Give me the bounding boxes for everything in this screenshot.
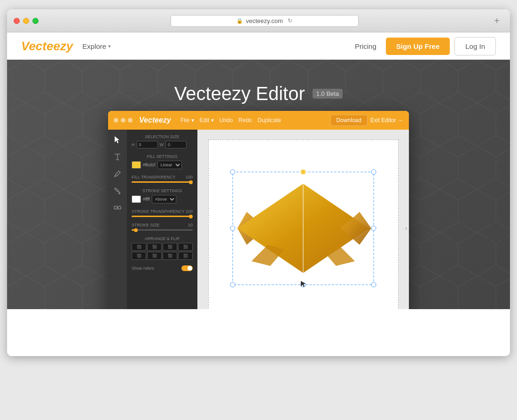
svg-point-17 [371,170,376,174]
fill-color-swatch[interactable] [132,161,141,169]
download-button[interactable]: Download [330,115,368,126]
exit-editor-button[interactable]: Exit Editor → [370,115,403,126]
editor-minimize [121,118,125,123]
text-tool[interactable] [112,151,123,163]
editor-menu-duplicate[interactable]: Duplicate [258,117,281,124]
svg-point-18 [230,226,235,231]
svg-rect-12 [118,206,121,209]
editor-titlebar: Vecteezy File Edit Undo Redo Duplicate D… [108,111,409,130]
stroke-size-slider[interactable] [132,229,193,231]
editor-menu: File Edit Undo Redo Duplicate [180,117,281,124]
svg-point-22 [371,282,376,287]
canvas-inner [208,140,399,309]
flip-v-button[interactable]: ⬛ [147,252,162,260]
fill-transparency-value: 100 [186,175,193,179]
select-tool[interactable] [112,134,123,146]
lock-icon: 🔒 [236,18,243,24]
editor-body: Selection Size H W Fill Settings [108,130,409,309]
stroke-settings-section: Stroke Settings #ffff Above Below [132,188,193,203]
editor-menu-edit[interactable]: Edit [200,117,214,124]
show-rulers-label: Show rulers [132,266,154,271]
close-button[interactable] [14,18,20,24]
url-text: vecteezy.com [246,17,283,24]
arrange-flip-label: Arrange & Flip [132,236,193,241]
hero-title: Vecteezy Editor 1.0 Beta [21,83,496,104]
new-tab-button[interactable]: + [490,14,503,27]
fill-row: #flcd1f Linear Radial Solid [132,161,193,169]
hero-title-text: Vecteezy Editor [174,83,305,104]
height-input[interactable] [137,141,158,148]
editor-menu-file[interactable]: File [180,117,194,124]
hero-section: Vecteezy Editor 1.0 Beta Try our new FRE… [7,60,510,309]
fill-transparency-slider[interactable] [132,181,193,183]
stroke-transparency-value: 100 [186,209,193,214]
minimize-button[interactable] [23,18,29,24]
svg-rect-11 [114,206,117,209]
editor-logo: Vecteezy [139,116,171,124]
align-right-button[interactable]: ⬛ [163,243,177,251]
chevron-down-icon: ▾ [108,43,111,49]
svg-point-30 [301,170,306,174]
beta-badge: 1.0 Beta [313,89,343,99]
editor-menu-undo[interactable]: Undo [219,117,233,124]
stroke-transparency-label: Stroke Transparency [132,209,185,214]
align-center-h-button[interactable]: ⬛ [147,243,162,251]
svg-point-19 [371,226,376,231]
explore-label: Explore [82,42,106,50]
size-inputs: H W [132,141,193,148]
explore-nav[interactable]: Explore ▾ [82,42,111,50]
refresh-icon[interactable]: ↻ [288,17,292,24]
maximize-button[interactable] [32,18,39,24]
rulers-toggle-pill[interactable] [181,265,193,271]
stroke-size-label: Stroke Size [132,223,160,227]
stroke-hex-value: #ffff [143,197,150,202]
login-button[interactable]: Log In [454,37,496,55]
canvas-graphic [223,163,383,294]
stroke-size-value: 10 [188,223,193,227]
distribute-v-button[interactable]: ⬛ [178,252,193,260]
signup-button[interactable]: Sign Up Free [386,38,450,55]
svg-point-15 [230,170,235,174]
align-top-button[interactable]: ⬛ [178,243,193,251]
browser-window: 🔒 vecteezy.com ↻ + Vecteezy Explore ▾ Pr… [7,9,510,356]
fill-settings-label: Fill Settings [132,154,193,159]
pricing-nav[interactable]: Pricing [355,42,376,50]
editor-canvas[interactable]: › [197,130,409,309]
align-left-button[interactable]: ⬛ [132,243,146,251]
stroke-color-swatch[interactable] [132,195,141,203]
address-bar[interactable]: 🔒 vecteezy.com ↻ [171,15,359,27]
stroke-position-select[interactable]: Above Below [152,195,176,203]
flip-h-button[interactable]: ⬛ [132,252,146,260]
stroke-size-section: Stroke Size 10 [132,223,193,231]
fill-type-select[interactable]: Linear Radial Solid [157,161,182,169]
distribute-h-button[interactable]: ⬛ [163,252,177,260]
editor-close [114,118,118,123]
editor-traffic-lights [114,118,133,123]
pen-tool[interactable] [112,168,123,179]
editor-menu-redo[interactable]: Redo [238,117,252,124]
fill-hex-value: #flcd1f [143,163,156,167]
stroke-row: #ffff Above Below [132,195,193,203]
arrange-flip-section: Arrange & Flip ⬛ ⬛ ⬛ ⬛ ⬛ ⬛ ⬛ ⬛ [132,236,193,260]
svg-point-20 [230,282,235,287]
editor-maximize [128,118,133,123]
show-rulers-toggle[interactable]: Show rulers [132,265,193,271]
traffic-lights [14,18,39,24]
fill-transparency-section: Fill Transparency 100 [132,175,193,183]
stroke-settings-label: Stroke Settings [132,188,193,193]
editor-actions: Download Exit Editor → [330,115,403,126]
fill-transparency-label: Fill Transparency [132,175,175,179]
arrange-buttons: ⬛ ⬛ ⬛ ⬛ ⬛ ⬛ ⬛ ⬛ [132,243,193,260]
fill-settings-section: Fill Settings #flcd1f Linear Radial Soli… [132,154,193,169]
svg-point-10 [118,192,120,194]
group-tool[interactable] [112,202,123,213]
scroll-indicator: › [405,225,407,232]
browser-titlebar: 🔒 vecteezy.com ↻ + [7,9,510,32]
stroke-transparency-section: Stroke Transparency 100 [132,209,193,217]
site-nav: Vecteezy Explore ▾ Pricing Sign Up Free … [7,32,510,60]
stroke-transparency-slider[interactable] [132,216,193,217]
width-input[interactable] [165,141,187,148]
fill-tool[interactable] [112,185,123,196]
editor-preview: Vecteezy File Edit Undo Redo Duplicate D… [108,111,409,309]
below-fold [7,309,510,356]
